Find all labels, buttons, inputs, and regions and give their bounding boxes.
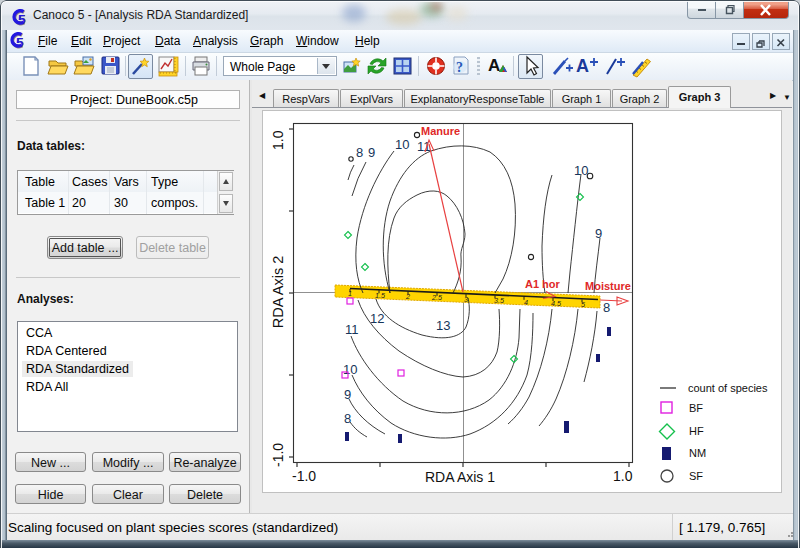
svg-text:?: ? bbox=[456, 60, 463, 75]
svg-text:NM: NM bbox=[689, 447, 706, 459]
svg-text:1.0: 1.0 bbox=[613, 468, 633, 484]
svg-text:10: 10 bbox=[343, 362, 357, 377]
svg-text:3.5: 3.5 bbox=[494, 296, 505, 305]
svg-text:count of species: count of species bbox=[688, 382, 768, 394]
svg-text:9: 9 bbox=[368, 145, 375, 160]
svg-text:12: 12 bbox=[370, 311, 384, 326]
svg-text:-1.0: -1.0 bbox=[270, 443, 286, 467]
svg-text:RDA Axis 1: RDA Axis 1 bbox=[425, 469, 495, 485]
svg-text:HF: HF bbox=[689, 425, 704, 437]
svg-text:-1.0: -1.0 bbox=[292, 468, 316, 484]
svg-text:8: 8 bbox=[356, 145, 363, 160]
svg-text:4.5: 4.5 bbox=[551, 299, 562, 308]
svg-text:2: 2 bbox=[405, 292, 410, 301]
svg-text:13: 13 bbox=[436, 318, 450, 333]
svg-text:5: 5 bbox=[16, 35, 24, 50]
svg-text:BF: BF bbox=[689, 402, 703, 414]
svg-text:RDA Axis 2: RDA Axis 2 bbox=[270, 256, 286, 329]
svg-text:Manure: Manure bbox=[421, 125, 460, 137]
svg-text:3: 3 bbox=[464, 295, 468, 304]
svg-text:1.0: 1.0 bbox=[270, 130, 286, 150]
svg-text:4: 4 bbox=[524, 298, 528, 307]
svg-text:Moisture: Moisture bbox=[585, 280, 631, 292]
svg-text:9: 9 bbox=[344, 387, 351, 402]
svg-text:9: 9 bbox=[595, 226, 602, 241]
svg-text:1: 1 bbox=[348, 289, 352, 298]
svg-text:A1 hor: A1 hor bbox=[525, 278, 561, 290]
svg-text:A: A bbox=[488, 56, 500, 75]
svg-text:A: A bbox=[576, 56, 589, 76]
svg-text:10: 10 bbox=[574, 163, 588, 178]
svg-text:SF: SF bbox=[689, 470, 703, 482]
svg-text:1.5: 1.5 bbox=[375, 291, 386, 300]
svg-text:5: 5 bbox=[18, 12, 26, 27]
svg-text:8: 8 bbox=[344, 411, 351, 426]
svg-text:10: 10 bbox=[395, 137, 409, 152]
svg-text:2.5: 2.5 bbox=[431, 293, 443, 302]
svg-text:8: 8 bbox=[603, 300, 610, 315]
svg-text:11: 11 bbox=[345, 322, 359, 337]
